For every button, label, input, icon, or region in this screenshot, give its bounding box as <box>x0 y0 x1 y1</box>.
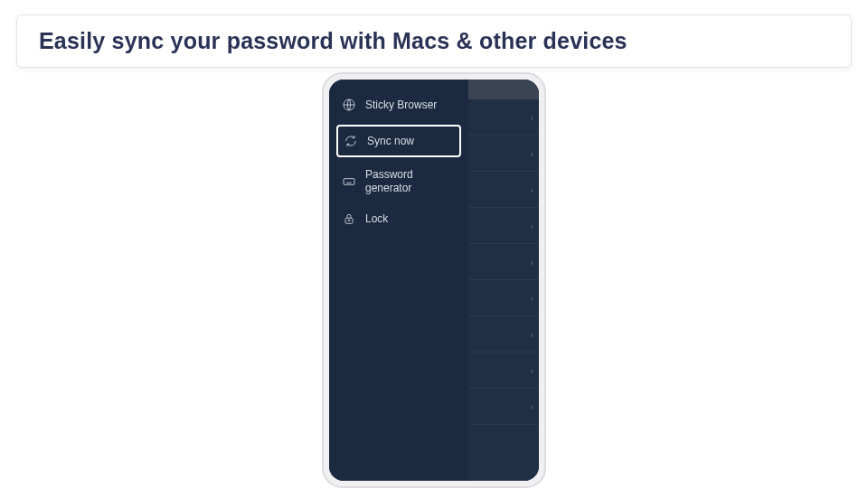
lock-icon <box>342 211 356 226</box>
menu-item-lock[interactable]: Lock <box>329 202 468 235</box>
menu-label: Lock <box>365 212 388 226</box>
chevron-right-icon: › <box>530 221 533 231</box>
list-item[interactable]: › <box>468 136 539 172</box>
menu-item-password-generator[interactable]: Password generator <box>329 161 468 202</box>
phone-frame: Sticky Browser Sync now Password generat… <box>322 72 546 488</box>
chevron-right-icon: › <box>530 293 533 304</box>
chevron-right-icon: › <box>530 329 533 340</box>
svg-point-3 <box>348 220 350 221</box>
phone-screen: Sticky Browser Sync now Password generat… <box>329 80 539 481</box>
keyboard-icon <box>342 174 356 189</box>
svg-rect-2 <box>345 218 353 223</box>
list-item[interactable]: › <box>468 280 539 316</box>
drawer-menu: Sticky Browser Sync now Password generat… <box>329 80 468 481</box>
list-item[interactable]: › <box>468 244 539 280</box>
menu-label: Password generator <box>365 168 456 195</box>
sync-icon <box>344 134 358 148</box>
globe-icon <box>342 98 356 112</box>
list-header-bar <box>468 80 539 99</box>
chevron-right-icon: › <box>530 401 533 412</box>
list-item[interactable]: › <box>468 99 539 136</box>
chevron-right-icon: › <box>530 365 533 376</box>
list-item[interactable]: › <box>468 208 539 244</box>
svg-rect-1 <box>344 179 354 185</box>
chevron-right-icon: › <box>530 112 533 123</box>
list-item[interactable]: › <box>468 316 539 352</box>
chevron-right-icon: › <box>530 184 533 195</box>
chevron-right-icon: › <box>530 148 533 159</box>
list-item[interactable]: › <box>468 172 539 208</box>
list-item[interactable]: › <box>468 352 539 389</box>
caption-banner: Easily sync your password with Macs & ot… <box>16 14 852 68</box>
caption-text: Easily sync your password with Macs & ot… <box>39 28 627 53</box>
menu-item-sticky-browser[interactable]: Sticky Browser <box>329 89 468 121</box>
menu-item-sync-now[interactable]: Sync now <box>336 125 461 157</box>
chevron-right-icon: › <box>530 257 533 267</box>
list-item[interactable]: › <box>468 389 539 425</box>
menu-label: Sticky Browser <box>365 99 437 112</box>
content-list: › › › › › › › › › <box>468 80 539 481</box>
menu-label: Sync now <box>367 135 414 148</box>
